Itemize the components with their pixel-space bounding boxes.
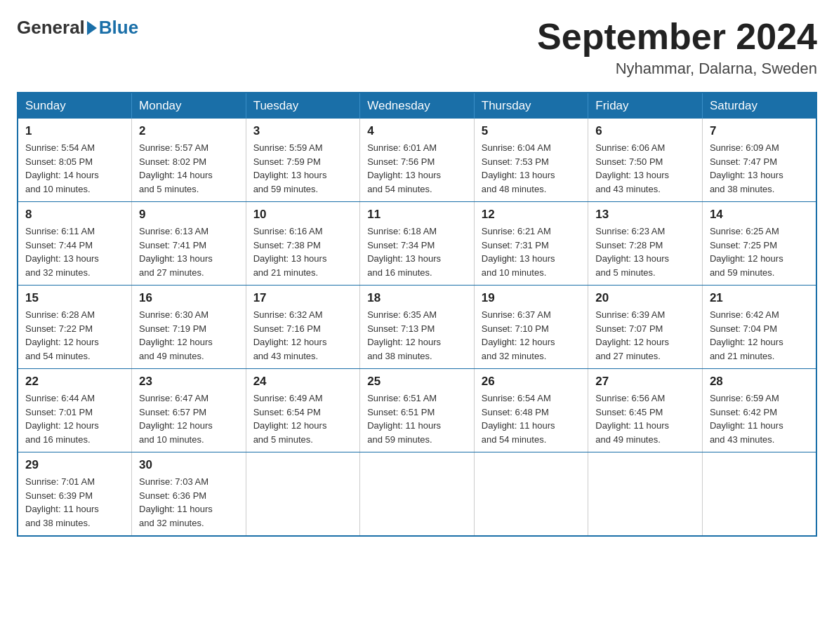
day-info: Sunrise: 6:37 AMSunset: 7:10 PMDaylight:…: [482, 308, 581, 363]
calendar-cell: 23 Sunrise: 6:47 AMSunset: 6:57 PMDaylig…: [132, 369, 246, 452]
calendar-cell: 17 Sunrise: 6:32 AMSunset: 7:16 PMDaylig…: [246, 286, 360, 369]
day-number: 15: [25, 291, 124, 305]
column-header-sunday: Sunday: [18, 93, 132, 119]
logo-arrow-icon: [87, 21, 97, 35]
calendar-cell: 21 Sunrise: 6:42 AMSunset: 7:04 PMDaylig…: [702, 286, 816, 369]
calendar-cell: 19 Sunrise: 6:37 AMSunset: 7:10 PMDaylig…: [474, 286, 588, 369]
day-info: Sunrise: 5:54 AMSunset: 8:05 PMDaylight:…: [25, 141, 124, 196]
title-block: September 2024 Nyhammar, Dalarna, Sweden: [537, 17, 817, 78]
day-number: 28: [710, 375, 809, 389]
day-info: Sunrise: 6:47 AMSunset: 6:57 PMDaylight:…: [139, 391, 239, 446]
location-text: Nyhammar, Dalarna, Sweden: [537, 60, 817, 78]
calendar-cell: 18 Sunrise: 6:35 AMSunset: 7:13 PMDaylig…: [360, 286, 475, 369]
day-info: Sunrise: 6:18 AMSunset: 7:34 PMDaylight:…: [367, 224, 467, 279]
day-info: Sunrise: 6:44 AMSunset: 7:01 PMDaylight:…: [25, 391, 124, 446]
day-number: 6: [595, 124, 695, 138]
day-info: Sunrise: 6:32 AMSunset: 7:16 PMDaylight:…: [253, 308, 353, 363]
page-header: General Blue September 2024 Nyhammar, Da…: [17, 17, 817, 78]
calendar-cell: [474, 452, 588, 537]
day-info: Sunrise: 6:39 AMSunset: 7:07 PMDaylight:…: [595, 308, 695, 363]
calendar-cell: 28 Sunrise: 6:59 AMSunset: 6:42 PMDaylig…: [702, 369, 816, 452]
calendar-cell: [360, 452, 475, 537]
column-header-friday: Friday: [588, 93, 703, 119]
day-number: 2: [139, 124, 239, 138]
day-number: 12: [482, 208, 581, 222]
day-number: 20: [595, 291, 695, 305]
day-info: Sunrise: 6:16 AMSunset: 7:38 PMDaylight:…: [253, 224, 353, 279]
day-info: Sunrise: 6:01 AMSunset: 7:56 PMDaylight:…: [367, 141, 467, 196]
day-number: 8: [25, 208, 124, 222]
calendar-cell: 22 Sunrise: 6:44 AMSunset: 7:01 PMDaylig…: [18, 369, 132, 452]
day-info: Sunrise: 6:59 AMSunset: 6:42 PMDaylight:…: [710, 391, 809, 446]
calendar-cell: 2 Sunrise: 5:57 AMSunset: 8:02 PMDayligh…: [132, 119, 246, 202]
day-info: Sunrise: 5:59 AMSunset: 7:59 PMDaylight:…: [253, 141, 353, 196]
day-number: 17: [253, 291, 353, 305]
calendar-cell: 4 Sunrise: 6:01 AMSunset: 7:56 PMDayligh…: [360, 119, 475, 202]
day-number: 24: [253, 375, 353, 389]
day-info: Sunrise: 6:04 AMSunset: 7:53 PMDaylight:…: [482, 141, 581, 196]
day-info: Sunrise: 6:54 AMSunset: 6:48 PMDaylight:…: [482, 391, 581, 446]
day-info: Sunrise: 6:09 AMSunset: 7:47 PMDaylight:…: [710, 141, 809, 196]
day-number: 3: [253, 124, 353, 138]
logo-general-text: General: [17, 17, 85, 39]
day-info: Sunrise: 6:56 AMSunset: 6:45 PMDaylight:…: [595, 391, 695, 446]
calendar-cell: 6 Sunrise: 6:06 AMSunset: 7:50 PMDayligh…: [588, 119, 703, 202]
calendar-cell: 1 Sunrise: 5:54 AMSunset: 8:05 PMDayligh…: [18, 119, 132, 202]
calendar-cell: [588, 452, 703, 537]
calendar-cell: [702, 452, 816, 537]
day-info: Sunrise: 6:25 AMSunset: 7:25 PMDaylight:…: [710, 224, 809, 279]
day-info: Sunrise: 6:51 AMSunset: 6:51 PMDaylight:…: [367, 391, 467, 446]
day-number: 29: [25, 458, 124, 472]
calendar-cell: 7 Sunrise: 6:09 AMSunset: 7:47 PMDayligh…: [702, 119, 816, 202]
calendar-week-row: 1 Sunrise: 5:54 AMSunset: 8:05 PMDayligh…: [18, 119, 816, 202]
day-number: 26: [482, 375, 581, 389]
day-number: 30: [139, 458, 239, 472]
day-info: Sunrise: 6:06 AMSunset: 7:50 PMDaylight:…: [595, 141, 695, 196]
day-info: Sunrise: 6:28 AMSunset: 7:22 PMDaylight:…: [25, 308, 124, 363]
calendar-cell: 15 Sunrise: 6:28 AMSunset: 7:22 PMDaylig…: [18, 286, 132, 369]
day-info: Sunrise: 5:57 AMSunset: 8:02 PMDaylight:…: [139, 141, 239, 196]
day-number: 14: [710, 208, 809, 222]
day-info: Sunrise: 6:11 AMSunset: 7:44 PMDaylight:…: [25, 224, 124, 279]
calendar-cell: 20 Sunrise: 6:39 AMSunset: 7:07 PMDaylig…: [588, 286, 703, 369]
day-number: 27: [595, 375, 695, 389]
calendar-cell: 8 Sunrise: 6:11 AMSunset: 7:44 PMDayligh…: [18, 202, 132, 286]
calendar-cell: [246, 452, 360, 537]
logo: General Blue: [17, 17, 138, 39]
calendar-week-row: 22 Sunrise: 6:44 AMSunset: 7:01 PMDaylig…: [18, 369, 816, 452]
day-info: Sunrise: 6:13 AMSunset: 7:41 PMDaylight:…: [139, 224, 239, 279]
column-header-monday: Monday: [132, 93, 246, 119]
month-title: September 2024: [537, 17, 817, 57]
calendar-table: SundayMondayTuesdayWednesdayThursdayFrid…: [17, 92, 817, 537]
day-info: Sunrise: 6:23 AMSunset: 7:28 PMDaylight:…: [595, 224, 695, 279]
calendar-header-row: SundayMondayTuesdayWednesdayThursdayFrid…: [18, 93, 816, 119]
day-number: 10: [253, 208, 353, 222]
calendar-cell: 3 Sunrise: 5:59 AMSunset: 7:59 PMDayligh…: [246, 119, 360, 202]
day-number: 23: [139, 375, 239, 389]
column-header-saturday: Saturday: [702, 93, 816, 119]
calendar-cell: 9 Sunrise: 6:13 AMSunset: 7:41 PMDayligh…: [132, 202, 246, 286]
calendar-cell: 12 Sunrise: 6:21 AMSunset: 7:31 PMDaylig…: [474, 202, 588, 286]
day-number: 9: [139, 208, 239, 222]
day-number: 13: [595, 208, 695, 222]
day-number: 22: [25, 375, 124, 389]
calendar-cell: 5 Sunrise: 6:04 AMSunset: 7:53 PMDayligh…: [474, 119, 588, 202]
calendar-cell: 26 Sunrise: 6:54 AMSunset: 6:48 PMDaylig…: [474, 369, 588, 452]
day-number: 21: [710, 291, 809, 305]
calendar-cell: 16 Sunrise: 6:30 AMSunset: 7:19 PMDaylig…: [132, 286, 246, 369]
column-header-wednesday: Wednesday: [360, 93, 475, 119]
calendar-cell: 11 Sunrise: 6:18 AMSunset: 7:34 PMDaylig…: [360, 202, 475, 286]
day-info: Sunrise: 6:49 AMSunset: 6:54 PMDaylight:…: [253, 391, 353, 446]
day-info: Sunrise: 7:01 AMSunset: 6:39 PMDaylight:…: [25, 475, 124, 530]
day-info: Sunrise: 6:42 AMSunset: 7:04 PMDaylight:…: [710, 308, 809, 363]
calendar-cell: 27 Sunrise: 6:56 AMSunset: 6:45 PMDaylig…: [588, 369, 703, 452]
calendar-cell: 13 Sunrise: 6:23 AMSunset: 7:28 PMDaylig…: [588, 202, 703, 286]
column-header-thursday: Thursday: [474, 93, 588, 119]
calendar-cell: 24 Sunrise: 6:49 AMSunset: 6:54 PMDaylig…: [246, 369, 360, 452]
day-number: 16: [139, 291, 239, 305]
day-info: Sunrise: 6:30 AMSunset: 7:19 PMDaylight:…: [139, 308, 239, 363]
day-info: Sunrise: 6:21 AMSunset: 7:31 PMDaylight:…: [482, 224, 581, 279]
calendar-week-row: 15 Sunrise: 6:28 AMSunset: 7:22 PMDaylig…: [18, 286, 816, 369]
logo-blue-text: Blue: [99, 17, 138, 39]
day-number: 7: [710, 124, 809, 138]
